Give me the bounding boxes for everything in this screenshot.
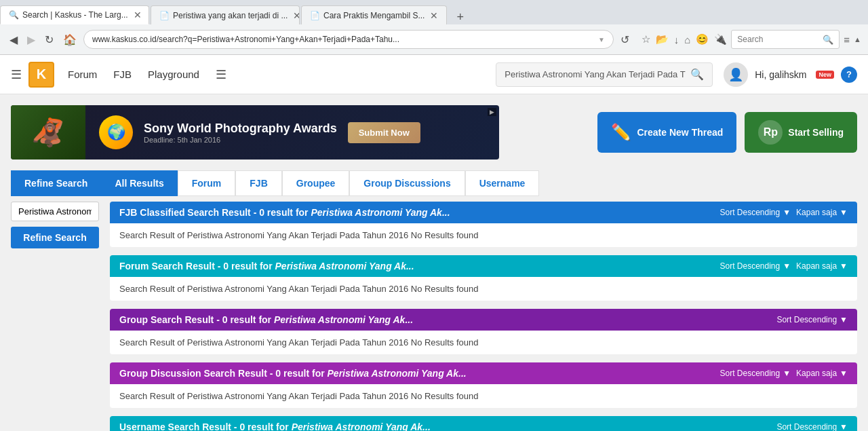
refine-search-button-top[interactable]: Refine Search xyxy=(11,170,101,196)
group-discussion-result-section: Group Discussion Search Result - 0 resul… xyxy=(110,362,857,408)
tab-1-label: Search | Kaskus - The Larg... xyxy=(22,10,128,20)
nav-links: Forum FJB Playground ☰ xyxy=(68,67,489,82)
tab-1[interactable]: 🔍 Search | Kaskus - The Larg... ✕ xyxy=(0,5,149,24)
group-discussion-result-title: Group Discussion Search Result - 0 resul… xyxy=(119,368,467,379)
group-discussion-controls: Sort Descending ▼ Kapan saja ▼ xyxy=(719,369,848,378)
forum-count: - 0 result for xyxy=(218,261,275,271)
group-result-header: Group Search Result - 0 result for Peris… xyxy=(110,309,857,331)
new-tab-button[interactable]: + xyxy=(451,10,469,24)
app-search-icon[interactable]: 🔍 xyxy=(690,68,704,81)
fjb-time-dropdown[interactable]: Kapan saja ▼ xyxy=(796,208,848,217)
fjb-result-title: FJB Classified Search Result - 0 result … xyxy=(119,207,450,218)
avatar[interactable]: 👤 xyxy=(724,62,748,87)
tab-2[interactable]: 📄 Peristiwa yang akan terjadi di ... ✕ xyxy=(151,5,300,24)
fjb-result-body: Search Result of Peristiwa Astronomi Yan… xyxy=(110,223,857,247)
tab-2-close[interactable]: ✕ xyxy=(293,10,300,21)
menu-icon[interactable]: ≡ xyxy=(844,34,850,45)
address-bar: ◀ ▶ ↻ 🏠 www.kaskus.co.id/search?q=Perist… xyxy=(0,24,868,54)
results-container: FJB Classified Search Result - 0 result … xyxy=(110,202,857,431)
nav-playground[interactable]: Playground xyxy=(148,69,199,80)
tab-3[interactable]: 📄 Cara Praktis Mengambil S... ✕ xyxy=(301,5,447,24)
group-discussion-time-dropdown[interactable]: Kapan saja ▼ xyxy=(796,369,848,378)
banner-button[interactable]: Submit Now xyxy=(348,122,420,143)
back-button[interactable]: ◀ xyxy=(7,31,20,49)
tab-group-discussions[interactable]: Group Discussions xyxy=(349,170,465,196)
home-button[interactable]: 🏠 xyxy=(60,31,79,49)
kaskus-logo[interactable]: K xyxy=(28,62,54,88)
banner-title: Sony World Photography Awards xyxy=(144,121,337,136)
reload-button[interactable]: ↻ xyxy=(42,31,56,49)
tab-favicon-2: 📄 xyxy=(159,11,169,20)
sidebar-search-input[interactable] xyxy=(11,202,99,221)
username-controls: Sort Descending ▼ xyxy=(776,422,848,431)
nav-more-icon[interactable]: ☰ xyxy=(216,67,226,82)
group-discussion-time-label: Kapan saja xyxy=(796,369,837,378)
star-icon[interactable]: ☆ xyxy=(642,33,650,45)
hamburger-icon[interactable]: ☰ xyxy=(11,67,22,82)
tab-3-label: Cara Praktis Mengambil S... xyxy=(323,11,425,20)
action-buttons: ✏️ Create New Thread Rp Start Selling xyxy=(510,112,857,153)
nav-forum[interactable]: Forum xyxy=(68,69,97,80)
group-sort-label: Sort Descending xyxy=(776,315,837,324)
refresh-button[interactable]: ↺ xyxy=(618,31,632,49)
tab-3-close[interactable]: ✕ xyxy=(430,10,438,21)
group-discussion-query: Peristiwa Astronomi Yang Ak... xyxy=(328,368,467,379)
emoji-icon[interactable]: 😊 xyxy=(696,33,709,45)
tab-1-close[interactable]: ✕ xyxy=(134,10,142,20)
browser-search-input[interactable] xyxy=(737,35,823,44)
banner-image: 🦧 xyxy=(11,105,85,160)
fjb-query: Peristiwa Astronomi Yang Ak... xyxy=(311,207,450,218)
rp-icon: Rp xyxy=(758,120,783,145)
username-result-header: Username Search Result - 0 result for Pe… xyxy=(110,416,857,431)
fjb-sort-label: Sort Descending xyxy=(719,208,780,217)
hi-text: Hi, galihskm xyxy=(755,69,806,80)
forum-sort-dropdown[interactable]: Sort Descending ▼ xyxy=(719,261,791,271)
download-icon[interactable]: ↓ xyxy=(674,34,679,45)
username-sort-dropdown[interactable]: Sort Descending ▼ xyxy=(776,422,848,431)
tab-groupee[interactable]: Groupee xyxy=(282,170,350,196)
pocket-icon[interactable]: 📂 xyxy=(656,33,669,45)
start-selling-button[interactable]: Rp Start Selling xyxy=(745,112,857,153)
group-discussion-title-bold: Group Discussion Search Result xyxy=(119,368,267,379)
search-tabs: Refine Search All Results Forum FJB Grou… xyxy=(11,170,857,196)
username-result-title: Username Search Result - 0 result for Pe… xyxy=(119,421,431,431)
forum-result-body: Search Result of Peristiwa Astronomi Yan… xyxy=(110,277,857,301)
group-discussion-sort-dropdown[interactable]: Sort Descending ▼ xyxy=(719,369,791,378)
group-result-title: Group Search Result - 0 result for Peris… xyxy=(119,314,413,325)
group-count: - 0 result for xyxy=(216,314,274,325)
fjb-count: - 0 result for xyxy=(254,207,311,218)
tab-2-label: Peristiwa yang akan terjadi di ... xyxy=(173,11,288,20)
banner-subtitle: Deadline: 5th Jan 2016 xyxy=(144,136,337,144)
forum-result-title: Forum Search Result - 0 result for Peris… xyxy=(119,261,414,271)
banner-logo: 🌍 xyxy=(99,115,133,149)
browser-search-box[interactable]: 🔍 xyxy=(731,30,840,49)
forum-title-bold: Forum Search Result xyxy=(119,261,215,271)
app-search-bar: 🔍 xyxy=(496,62,713,87)
home2-icon[interactable]: ⌂ xyxy=(684,34,690,45)
tab-username[interactable]: Username xyxy=(465,170,540,196)
group-title-bold: Group Search Result xyxy=(119,314,214,325)
plugin-icon[interactable]: 🔌 xyxy=(714,33,727,45)
create-thread-button[interactable]: ✏️ Create New Thread xyxy=(597,112,736,153)
content-area: Refine Search FJB Classified Search Resu… xyxy=(11,202,857,431)
app-search-input[interactable] xyxy=(505,69,690,79)
tab-forum[interactable]: Forum xyxy=(178,170,236,196)
group-sort-dropdown[interactable]: Sort Descending ▼ xyxy=(776,315,848,324)
forum-time-dropdown[interactable]: Kapan saja ▼ xyxy=(796,261,848,271)
url-box[interactable]: www.kaskus.co.id/search?q=Peristiwa+Astr… xyxy=(83,30,614,49)
forward-button[interactable]: ▶ xyxy=(24,31,38,49)
tab-fjb[interactable]: FJB xyxy=(235,170,281,196)
forum-result-section: Forum Search Result - 0 result for Peris… xyxy=(110,255,857,301)
group-query: Peristiwa Astronomi Yang Ak... xyxy=(274,314,413,325)
tab-all-results[interactable]: All Results xyxy=(101,170,177,196)
fjb-sort-dropdown[interactable]: Sort Descending ▼ xyxy=(719,208,791,217)
help-button[interactable]: ? xyxy=(841,67,857,83)
sidebar-refine-button[interactable]: Refine Search xyxy=(11,227,99,248)
ad-corner-icon: ▶ xyxy=(488,108,496,116)
group-controls: Sort Descending ▼ xyxy=(776,315,848,324)
fjb-controls: Sort Descending ▼ Kapan saja ▼ xyxy=(719,208,848,217)
scroll-up-icon[interactable]: ▲ xyxy=(854,35,861,43)
forum-result-header: Forum Search Result - 0 result for Peris… xyxy=(110,255,857,277)
browser-search-icon[interactable]: 🔍 xyxy=(823,35,833,45)
nav-fjb[interactable]: FJB xyxy=(113,69,132,80)
